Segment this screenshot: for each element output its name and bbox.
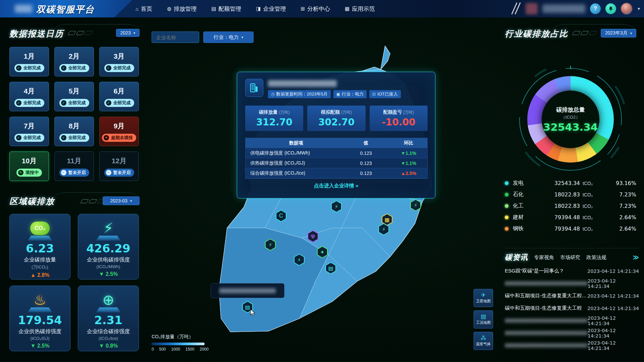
news-item[interactable]: 2023-04-12 14:21:34 <box>505 342 639 349</box>
demo-icon: ▦ <box>345 6 350 12</box>
tab-expert-view[interactable]: 专家视角 <box>534 254 554 261</box>
tab-market-research[interactable]: 市场研究 <box>560 254 580 261</box>
stat-value: 2.31 <box>94 313 122 327</box>
top-bar: 双碳智服平台 ⌂ 首页 ◍ 排放管理 ▤ 配额管理 ◨ 企业管理 ⊞ 分析中心 <box>0 0 644 17</box>
user-avatar[interactable] <box>621 3 632 14</box>
news-item[interactable]: 碳中和五期项目-生态修复重大工程 2023-04-12 14:21:34 <box>505 304 639 312</box>
nav-home[interactable]: ⌂ 首页 <box>136 5 152 13</box>
industry-filter-select[interactable]: 行业：电力 ▾ <box>203 32 254 43</box>
nav-label: 首页 <box>141 5 152 13</box>
stat-unit: (万tCO₂) <box>32 264 48 270</box>
news-more-arrow-icon[interactable]: ≫ <box>633 254 639 261</box>
legend-row-chemical: 化工18022.83 tCO₂7.23% <box>505 202 636 209</box>
month-card-sep[interactable]: 9月✕超期未填报 <box>99 117 139 146</box>
legend-gradient-bar <box>152 343 205 345</box>
quota-value: 302.70 <box>318 117 355 128</box>
minus-icon: − <box>106 170 111 175</box>
nav-enterprise-mgmt[interactable]: ◨ 企业管理 <box>256 5 286 13</box>
month-card-jan[interactable]: 1月✓全部完成 <box>9 47 49 76</box>
nav-emission-mgmt[interactable]: ◍ 排放管理 <box>167 5 197 13</box>
month-card-may[interactable]: 5月✓全部完成 <box>54 82 94 111</box>
app-title: 双碳智服平台 <box>36 3 95 15</box>
news-item[interactable]: ESG跟“双碳”是一回事么？ 2023-04-12 14:21:34 <box>505 267 639 275</box>
org-logo-redacted <box>526 3 538 14</box>
news-item[interactable]: 2023-04-12 14:21:34 <box>505 329 639 337</box>
month-card-dec[interactable]: 12月−暂未开启 <box>99 152 139 181</box>
server-icon: ▤ <box>481 314 486 319</box>
calendar-panel-title: 数据报送日历 <box>9 29 64 38</box>
question-icon: ? <box>594 5 597 12</box>
user-zone: ? ▼ <box>526 0 641 17</box>
month-card-feb[interactable]: 2月✓全部完成 <box>54 47 94 76</box>
month-card-oct[interactable]: 10月✎填报中 <box>9 152 49 181</box>
month-card-nov[interactable]: 11月−暂未开启 <box>54 152 94 181</box>
notification-button[interactable] <box>605 3 616 14</box>
month-card-mar[interactable]: 3月✓全部完成 <box>99 47 139 76</box>
satellite-layer-button[interactable]: ✈ 卫星地图 <box>474 289 493 307</box>
tab-policy[interactable]: 政策法规 <box>586 254 606 261</box>
chevron-down-icon: ▾ <box>630 31 632 36</box>
clock-icon: ◷ <box>271 92 274 97</box>
balance-statbox: 配额盈亏 (万吨) -10.00 <box>370 106 428 131</box>
stat-label: 企业供电碳排强度 <box>87 256 130 263</box>
composite-icon: ⊕ <box>102 293 114 307</box>
check-icon: ✓ <box>16 100 21 106</box>
help-button[interactable]: ? <box>590 3 601 14</box>
stat-value: 426.29 <box>86 242 130 255</box>
company-search-input[interactable] <box>152 32 199 43</box>
bell-icon <box>608 6 613 11</box>
title-decoration <box>81 199 105 203</box>
stat-label: 企业供热碳排强度 <box>18 328 61 335</box>
mouse-cursor <box>250 309 257 316</box>
legend-dot <box>505 204 508 208</box>
total-emission-value: 32543.34 <box>543 121 598 133</box>
industry-share-panel: 行业碳排放占比 2023年3月 ▾ 碳排放总量 （tCO2） 32543.34 <box>505 28 636 44</box>
cross-icon: ✕ <box>104 135 109 140</box>
check-icon: ✓ <box>61 135 66 140</box>
industry-period-select[interactable]: 2023年3月 ▾ <box>601 29 636 38</box>
check-icon: ✓ <box>16 65 21 71</box>
check-icon: ✓ <box>61 100 66 106</box>
month-card-aug[interactable]: 8月✓全部完成 <box>54 117 94 146</box>
greenhouse-layer-button[interactable]: ⁂ 温室气体 <box>474 332 493 350</box>
enterprise-detail-link[interactable]: 点击进入企业详情 » <box>237 183 435 189</box>
molecule-icon: ⁂ <box>481 335 486 341</box>
news-item[interactable]: 2023-04-12 14:21:34 <box>505 317 639 324</box>
map-color-legend: CO₂排放量（万吨） 0500100015002000 <box>152 334 212 352</box>
dashboard-root: 双碳智服平台 ⌂ 首页 ◍ 排放管理 ▤ 配额管理 ◨ 企业管理 ⊞ 分析中心 <box>0 0 644 362</box>
update-time-tag: ◷ 数据更新时间：2023年5月 <box>268 90 331 98</box>
legend-dot <box>505 193 508 196</box>
slash-decoration <box>514 2 524 15</box>
enterprise-icon: ◨ <box>256 6 261 12</box>
intensity-table: 数据项值环比 供电碳排放强度 (tCO₂/MWh)0.123▼1.1% 供热碳排… <box>245 138 428 179</box>
legend-row-power: 发电32543.34 tCO₂93.16% <box>505 180 636 187</box>
news-title-redacted <box>505 343 588 348</box>
stat-card-power-intensity: ⚡ 426.29 企业供电碳排强度 (tCO₂/MWh) ▼ 2.5% <box>78 214 139 280</box>
month-card-jul[interactable]: 7月✓全部完成 <box>9 117 49 146</box>
condition-layer-button[interactable]: ▤ 工况地图 <box>474 310 493 328</box>
news-item[interactable]: 2023-04-12 14:21:34 <box>505 280 639 287</box>
quota-statbox: 模拟配额 (万吨) 302.70 <box>307 106 365 131</box>
minus-icon: − <box>61 170 66 175</box>
legend-dot <box>505 181 508 185</box>
check-icon: ✓ <box>106 65 111 71</box>
chip-icon: ⊡ <box>372 92 376 97</box>
news-panel-title: 碳资讯 <box>505 252 528 262</box>
table-row: 供热碳排放强度 (tCO₂/GJ)0.123▼1.1% <box>246 158 427 168</box>
nav-app-demo[interactable]: ▦ 应用示范 <box>345 5 375 13</box>
stat-unit: (tCO₂/GJ) <box>30 336 49 341</box>
legend-row-building: 建材79394.48 tCO₂2.64% <box>505 214 636 221</box>
month-grid: 1月✓全部完成 2月✓全部完成 3月✓全部完成 4月✓全部完成 5月✓全部完成 … <box>9 47 140 181</box>
calendar-year-select[interactable]: 2023 ▾ <box>116 29 140 37</box>
month-card-apr[interactable]: 4月✓全部完成 <box>9 82 49 111</box>
stat-delta: ▼ 2.5% <box>31 343 50 349</box>
check-icon: ✓ <box>61 65 66 71</box>
month-card-jun[interactable]: 6月✓全部完成 <box>99 82 139 111</box>
stat-unit: (tCO₂/tce) <box>99 336 118 341</box>
nav-analysis-center[interactable]: ⊞ 分析中心 <box>301 5 330 13</box>
nav-quota-mgmt[interactable]: ▤ 配额管理 <box>211 5 241 13</box>
news-item[interactable]: 碳中和五期项目-生态修复重大工程... 2023-04-12 14:21:34 <box>505 292 639 300</box>
regional-period-select[interactable]: 2023-03 ▾ <box>103 196 140 205</box>
stat-unit: (tCO₂/MWh) <box>97 264 120 269</box>
user-menu-caret[interactable]: ▼ <box>637 7 641 11</box>
